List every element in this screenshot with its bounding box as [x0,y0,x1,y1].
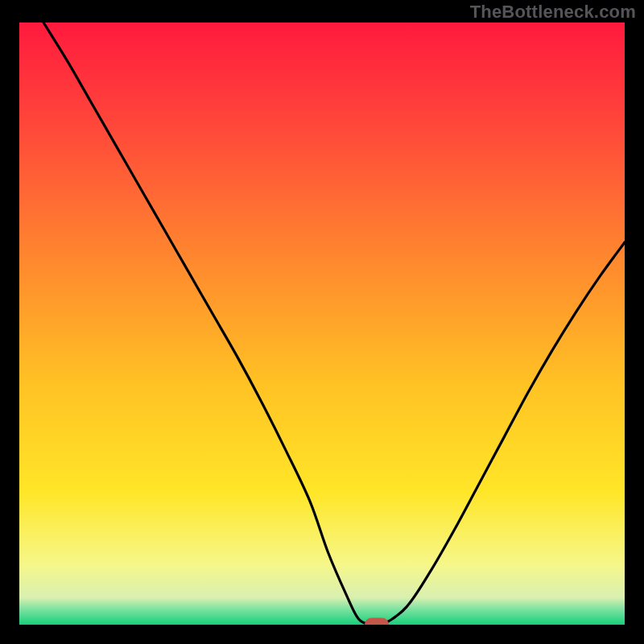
plot-area [19,23,625,625]
bottleneck-chart [19,23,625,625]
watermark-text: TheBottleneck.com [470,2,636,23]
bottleneck-marker [365,618,389,625]
chart-container: TheBottleneck.com [0,0,644,644]
